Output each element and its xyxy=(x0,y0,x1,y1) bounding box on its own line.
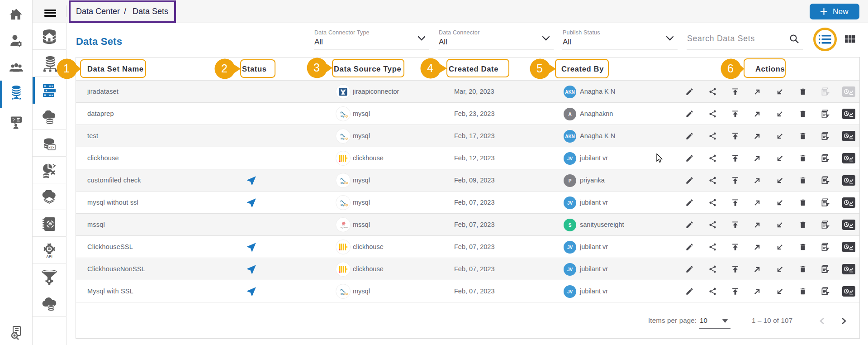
svg-text:SQL: SQL xyxy=(343,203,348,206)
svg-text:API: API xyxy=(46,254,52,259)
svg-text:SQL: SQL xyxy=(343,181,348,184)
svg-text:SQLServer: SQLServer xyxy=(340,226,348,228)
svg-text:SQL: SQL xyxy=(343,137,348,139)
svg-text:SQL: SQL xyxy=(343,115,348,117)
svg-text:</>: </> xyxy=(49,145,54,149)
svg-text:SQL: SQL xyxy=(343,292,348,295)
